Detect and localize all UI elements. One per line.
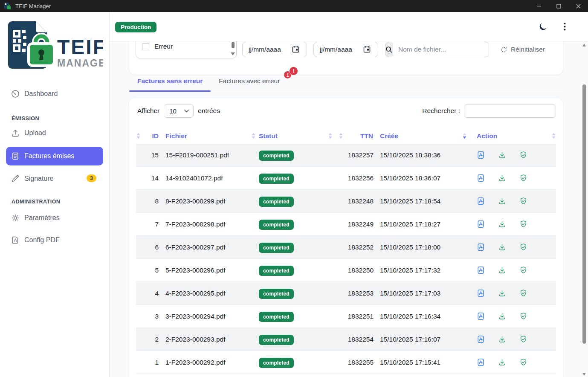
column-header-creee[interactable]: Créée: [377, 132, 467, 140]
cell-ttn: 1832253: [333, 290, 377, 297]
cell-statut: completed: [256, 151, 333, 159]
page-size-select[interactable]: 10: [164, 104, 194, 118]
minimize-button[interactable]: [529, 0, 549, 12]
cell-id: 8: [136, 197, 162, 205]
download-button[interactable]: [498, 266, 506, 274]
reset-filters-button[interactable]: Réinitialiser: [500, 42, 545, 57]
cell-fichier: 2-F2023-000293.pdf: [162, 336, 256, 343]
verify-signature-button[interactable]: [519, 266, 527, 274]
kebab-menu-icon[interactable]: [564, 23, 566, 31]
column-header-action[interactable]: Action: [467, 132, 556, 140]
verify-signature-button[interactable]: [519, 151, 527, 159]
view-pdf-button[interactable]: [477, 335, 485, 343]
download-button[interactable]: [498, 220, 506, 228]
cell-statut: completed: [256, 267, 333, 274]
download-button[interactable]: [498, 243, 506, 251]
sidebar-item-factures-emises[interactable]: Factures émises: [6, 147, 103, 165]
verify-signature-button[interactable]: [519, 197, 527, 205]
shield-check-icon: [519, 335, 527, 343]
table-row[interactable]: 2 2-F2023-000293.pdf completed 1832254 1…: [136, 328, 556, 351]
window-titlebar: TEIF Manager: [0, 0, 588, 12]
verify-signature-button[interactable]: [519, 243, 527, 251]
verify-signature-button[interactable]: [519, 289, 527, 297]
date-to-input[interactable]: [313, 42, 378, 57]
download-button[interactable]: [498, 289, 506, 297]
download-button[interactable]: [498, 335, 506, 343]
error-checkbox[interactable]: [142, 43, 149, 50]
download-button[interactable]: [498, 151, 506, 159]
maximize-button[interactable]: [549, 0, 568, 12]
sidebar-item-config-pdf[interactable]: Config PDF: [0, 231, 109, 249]
sidebar-item-dashboard[interactable]: Dashboard: [0, 84, 109, 103]
table-row[interactable]: 14 14-9102401072.pdf completed 1832256 1…: [136, 167, 556, 190]
cell-id: 15: [136, 151, 162, 159]
table-row[interactable]: 7 7-F2023-000298.pdf completed 1832249 1…: [136, 213, 556, 236]
view-pdf-button[interactable]: [477, 151, 485, 159]
listbox-scroll-down-icon[interactable]: [231, 52, 235, 55]
shield-check-icon: [519, 266, 527, 274]
cell-id: 4: [136, 290, 162, 297]
scroll-up-icon[interactable]: [582, 44, 586, 46]
status-badge: completed: [259, 174, 294, 184]
table-row[interactable]: 6 6-F2023-000297.pdf completed 1832252 1…: [136, 236, 556, 259]
main-scrollbar[interactable]: [581, 41, 588, 377]
column-header-statut[interactable]: Statut: [256, 132, 333, 140]
environment-badge: Production: [115, 22, 156, 32]
cell-action: [467, 197, 556, 205]
verify-signature-button[interactable]: [519, 174, 527, 182]
download-button[interactable]: [498, 312, 506, 320]
view-pdf-button[interactable]: [477, 266, 485, 274]
column-header-fichier[interactable]: Fichier: [162, 132, 256, 140]
teif-manager-logo: TEIF MANAGER: [6, 19, 103, 74]
shield-check-icon: [519, 312, 527, 320]
close-button[interactable]: [568, 0, 588, 12]
download-button[interactable]: [498, 358, 506, 366]
table-search-input[interactable]: [464, 104, 556, 118]
view-pdf-button[interactable]: [477, 358, 485, 366]
date-from-input[interactable]: [242, 42, 307, 57]
view-pdf-button[interactable]: [477, 312, 485, 320]
view-pdf-button[interactable]: [477, 243, 485, 251]
view-pdf-button[interactable]: [477, 289, 485, 297]
column-header-id[interactable]: ID: [136, 132, 162, 140]
download-button[interactable]: [498, 174, 506, 182]
listbox-scrollbar-thumb[interactable]: [232, 42, 235, 48]
verify-signature-button[interactable]: [519, 220, 527, 228]
cell-creee: 15/10/2025 17:15:41: [377, 359, 467, 366]
cell-fichier: 7-F2023-000298.pdf: [162, 220, 256, 228]
verify-signature-button[interactable]: [519, 335, 527, 343]
cell-statut: completed: [256, 174, 333, 182]
filename-search-input[interactable]: [393, 42, 489, 57]
sidebar-section-administration: ADMINISTRATION: [0, 197, 109, 207]
pdf-config-icon: [11, 236, 20, 244]
table-header: ID Fichier Statut TTN Cré: [136, 128, 556, 144]
scrollbar-thumb[interactable]: [582, 84, 586, 344]
download-icon: [498, 266, 506, 274]
verify-signature-button[interactable]: [519, 358, 527, 366]
table-row[interactable]: 4 4-F2023-000295.pdf completed 1832253 1…: [136, 282, 556, 305]
scroll-down-icon[interactable]: [582, 373, 586, 376]
view-pdf-button[interactable]: [477, 174, 485, 182]
sidebar-nav: Dashboard ÉMISSION Upload Factures émise…: [0, 84, 109, 249]
column-label: ID: [152, 132, 163, 140]
column-header-ttn[interactable]: TTN: [333, 132, 377, 140]
cell-creee: 15/10/2025 17:16:07: [377, 336, 467, 343]
sidebar-item-parametres[interactable]: Paramètres: [0, 209, 109, 227]
cell-creee: 15/10/2025 17:17:03: [377, 290, 467, 297]
table-row[interactable]: 3 3-F2023-000294.pdf completed 1832251 1…: [136, 305, 556, 328]
table-row[interactable]: 8 8-F2023-000299.pdf completed 1832248 1…: [136, 190, 556, 213]
main-header: Production: [110, 12, 588, 41]
tab-label: Factures sans erreur: [137, 77, 203, 85]
sidebar-item-upload[interactable]: Upload: [0, 124, 109, 142]
table-row[interactable]: 5 5-F2023-000296.pdf completed 1832250 1…: [136, 259, 556, 282]
sidebar-item-signature[interactable]: Signature 3: [0, 169, 109, 188]
table-row[interactable]: 1 1-F2023-000292.pdf completed 1832255 1…: [136, 351, 556, 374]
view-pdf-button[interactable]: [477, 220, 485, 228]
download-button[interactable]: [498, 197, 506, 205]
cell-fichier: 5-F2023-000296.pdf: [162, 267, 256, 274]
view-pdf-button[interactable]: [477, 197, 485, 205]
column-label: Action: [467, 132, 497, 140]
moon-icon[interactable]: [538, 22, 547, 32]
table-row[interactable]: 15 15-F2019-000251.pdf completed 1832257…: [136, 144, 556, 167]
verify-signature-button[interactable]: [519, 312, 527, 320]
